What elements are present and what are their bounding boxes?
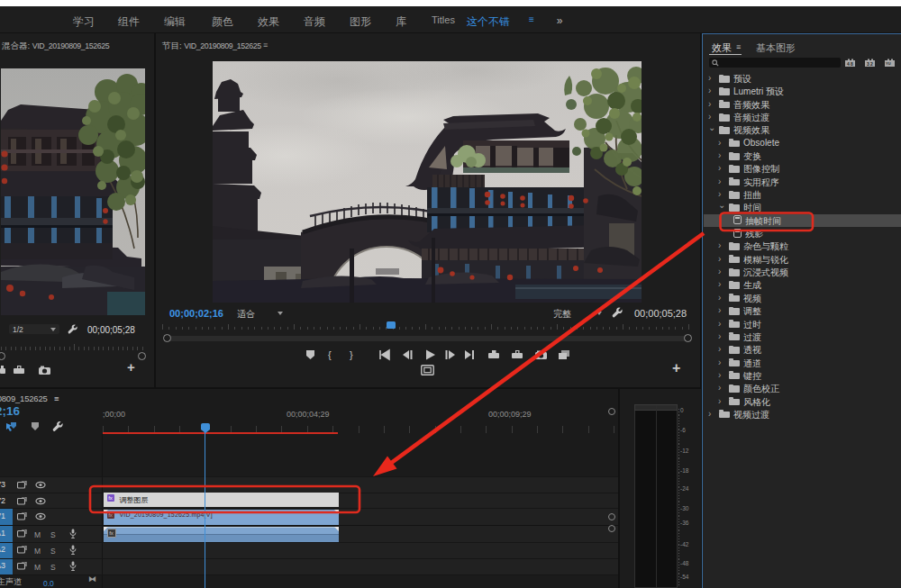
svg-text:}: } bbox=[350, 349, 353, 360]
svg-text:YU: YU bbox=[886, 61, 891, 66]
svg-text:{: { bbox=[328, 349, 332, 360]
svg-text:3: 3 bbox=[867, 61, 869, 67]
svg-text:4: 4 bbox=[847, 61, 850, 67]
svg-text:2: 2 bbox=[870, 61, 873, 67]
svg-text:8: 8 bbox=[851, 61, 853, 67]
